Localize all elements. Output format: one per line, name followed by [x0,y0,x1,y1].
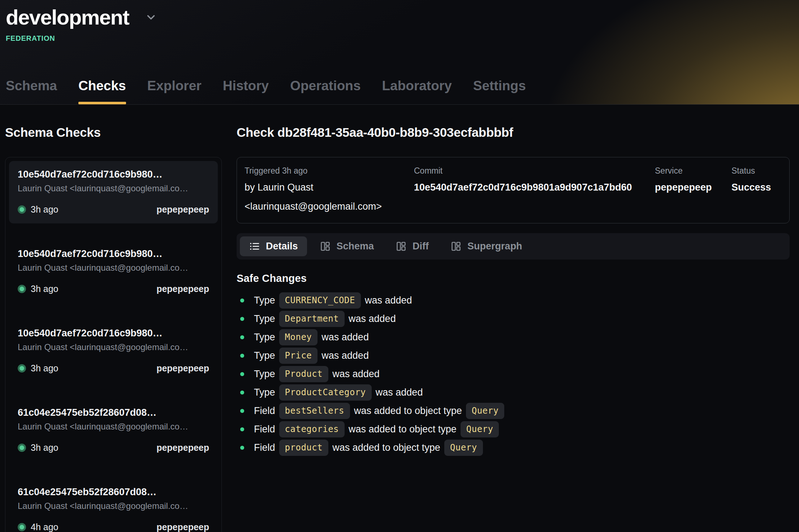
bullet-icon [240,427,244,431]
check-meta-box: Triggered 3h ago by Laurin Quast <laurin… [237,157,790,223]
change-row: Field product was added to object type Q… [237,440,790,456]
change-prefix: Type [254,369,275,380]
check-service-name: pepepepeep [156,442,209,453]
change-code2-chip: Query [466,403,505,419]
change-code-chip: CURRENCY_CODE [279,292,361,309]
bullet-icon [240,391,244,394]
meta-triggered-email: <laurinquast@googlemail.com> [245,199,410,214]
check-time: 3h ago [31,204,58,215]
meta-commit: Commit 10e540d7aef72c0d716c9b9801a9d907c… [414,166,651,214]
detail-tab[interactable]: Diff [386,236,438,256]
change-row: Type ProductCategory was added [237,384,790,401]
check-service-name: pepepepeep [156,363,209,374]
check-status-dot-icon [18,205,26,214]
change-suffix: was added [365,295,412,306]
check-meta-row: 3h ago pepepepeep [18,204,209,215]
check-meta-row: 3h ago pepepepeep [18,363,209,374]
columns-icon [320,241,331,252]
change-suffix: was added [321,350,369,361]
check-commit-id: 61c04e25475eb52f28607d08… [18,407,209,418]
check-list-item[interactable]: 10e540d7aef72c0d716c9b980… Laurin Quast … [9,240,218,303]
schema-checks-title: Schema Checks [5,125,222,140]
change-code-chip: Department [279,311,345,327]
nav-tab[interactable]: Laboratory [382,78,452,104]
meta-service-label: Service [655,166,727,176]
change-prefix: Field [254,442,275,453]
change-code-chip: product [279,440,329,456]
nav-tab[interactable]: Explorer [147,78,202,104]
change-prefix: Type [254,295,275,306]
safe-changes-title: Safe Changes [237,272,790,284]
check-time: 3h ago [31,442,58,453]
check-list-item[interactable]: 10e540d7aef72c0d716c9b980… Laurin Quast … [9,320,218,382]
change-code-chip: Product [279,366,329,382]
check-service-name: pepepepeep [156,284,209,294]
check-author: Laurin Quast <laurinquast@googlemail.co… [18,342,209,352]
check-commit-id: 10e540d7aef72c0d716c9b980… [18,169,209,180]
check-meta-row: 3h ago pepepepeep [18,284,209,294]
bullet-icon [240,354,244,358]
check-status-dot-icon [18,364,26,372]
meta-service-value: pepepepeep [655,180,727,195]
check-author: Laurin Quast <laurinquast@googlemail.co… [18,422,209,432]
change-prefix: Type [254,313,275,324]
meta-commit-value: 10e540d7aef72c0d716c9b9801a9d907c1a7bd60 [414,180,651,195]
checks-list: 10e540d7aef72c0d716c9b980… Laurin Quast … [5,157,222,532]
chevron-down-icon [145,11,157,23]
nav-tab[interactable]: Operations [290,78,360,104]
nav-tab[interactable]: Schema [6,78,57,104]
change-suffix: was added [332,369,380,380]
project-dropdown-button[interactable] [143,9,159,26]
nav-tab[interactable]: History [223,78,269,104]
change-suffix: was added [321,332,369,343]
change-row: Type Price was added [237,348,790,364]
bullet-icon [240,317,244,321]
detail-tab-label: Diff [413,241,429,252]
detail-tab[interactable]: Schema [311,236,383,256]
change-suffix: was added [376,387,423,398]
check-meta-row: 3h ago pepepepeep [18,442,209,453]
check-commit-id: 10e540d7aef72c0d716c9b980… [18,248,209,260]
detail-tab-label: Details [266,241,298,252]
page-title: development [6,5,129,29]
content-area: Schema Checks 10e540d7aef72c0d716c9b980…… [0,105,799,532]
check-author: Laurin Quast <laurinquast@googlemail.co… [18,183,209,193]
bullet-icon [240,372,244,376]
bullet-icon [240,298,244,302]
detail-tab[interactable]: Supergraph [441,236,531,256]
change-prefix: Field [254,424,275,435]
detail-tab[interactable]: Details [240,236,307,256]
nav-tab[interactable]: Checks [78,78,126,104]
page-header: development FEDERATION Schema Checks Exp… [0,0,799,105]
bullet-icon [240,335,244,339]
change-row: Field bestSellers was added to object ty… [237,403,790,419]
bullet-icon [240,446,244,450]
check-detail-tabs: Details Schema [237,233,790,260]
check-time: 3h ago [31,363,58,374]
change-suffix: was added [349,313,396,324]
change-code-chip: categories [279,421,345,437]
check-commit-id: 10e540d7aef72c0d716c9b980… [18,328,209,339]
check-detail-panel: Check db28f481-35aa-40b0-b8b9-303ecfabbb… [237,105,790,458]
check-list-item[interactable]: 61c04e25475eb52f28607d08… Laurin Quast <… [9,479,218,532]
check-time: 4h ago [31,522,58,532]
change-code-chip: bestSellers [279,403,350,419]
check-status-dot-icon [18,444,26,452]
change-code-chip: Money [279,329,318,345]
meta-status-label: Status [731,166,782,176]
change-prefix: Field [254,405,275,417]
check-list-item[interactable]: 61c04e25475eb52f28607d08… Laurin Quast <… [9,399,218,462]
check-list-item[interactable]: 10e540d7aef72c0d716c9b980… Laurin Quast … [9,161,218,223]
check-status-dot-icon [18,285,26,293]
nav-tab[interactable]: Settings [473,78,526,104]
change-code-chip: Price [279,348,318,364]
change-prefix: Type [254,387,275,398]
meta-triggered-by: by Laurin Quast [245,180,410,195]
check-commit-id: 61c04e25475eb52f28607d08… [18,487,209,498]
columns-icon [450,241,462,252]
meta-triggered: Triggered 3h ago by Laurin Quast <laurin… [245,166,410,214]
meta-service: Service pepepepeep [655,166,727,214]
change-row: Type Department was added [237,311,790,327]
detail-tab-label: Schema [337,241,374,252]
change-code2-chip: Query [461,421,499,437]
